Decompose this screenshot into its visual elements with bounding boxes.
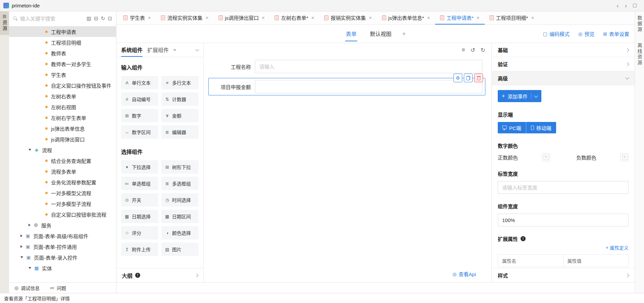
palette-component[interactable]: ☆ 评分	[121, 226, 158, 240]
palette-component[interactable]: ⊞ 树形下拉	[161, 160, 199, 174]
field-input[interactable]	[255, 80, 482, 93]
tree-item[interactable]: 自定义窗口操作按钮及事件	[9, 80, 116, 91]
undo-icon[interactable]: ↺	[471, 47, 475, 54]
bottom-panel-tab[interactable]: ≔ 问题	[50, 285, 66, 291]
palette-component[interactable]: ▦ 日期区间	[161, 210, 199, 223]
document-tab[interactable]: 工程项目明细*	[485, 11, 539, 25]
palette-component[interactable]: ≣ 多选框组	[161, 177, 199, 190]
component-width-input[interactable]	[498, 214, 629, 226]
palette-component[interactable]: ≡ 多行文本	[161, 76, 199, 89]
document-tab[interactable]: 左树右表单*	[270, 11, 319, 25]
tree-item[interactable]: 工程项目明细	[9, 37, 116, 48]
palette-component[interactable]: ↔ 数字区间	[121, 125, 158, 139]
section-advanced[interactable]: 高级	[492, 71, 635, 85]
tree-item[interactable]: 结合业务查询配置	[9, 155, 116, 166]
tree-item[interactable]: ▣ 页面-表单-高级/布局组件	[9, 230, 116, 241]
refresh-icon[interactable]: ↻	[101, 15, 105, 21]
tree-item[interactable]: 学生表	[9, 69, 116, 80]
viewbar-action-button[interactable]: ▢ 编码模式	[543, 30, 570, 37]
palette-component[interactable]: ↥ 附件上传	[121, 243, 158, 256]
view-api-link[interactable]: ◎ 查看Api	[452, 270, 476, 277]
palette-component[interactable]: ⊞ 数字	[121, 109, 158, 122]
palette-component[interactable]: ▧ 图片	[161, 243, 199, 256]
document-tab[interactable]: 报销实例实体集	[319, 11, 377, 25]
palette-component[interactable]: ▦ 日期选择	[121, 210, 158, 223]
resources-strip-tab[interactable]: ▤ 资源	[0, 11, 9, 35]
expand-arrow-icon[interactable]	[29, 149, 31, 151]
tab-close-icon[interactable]	[206, 15, 209, 20]
tree-item[interactable]: 一对多模型父流程	[9, 187, 116, 198]
viewbar-action-button[interactable]: ◎ 预览	[578, 30, 594, 37]
tab-close-icon[interactable]	[531, 15, 534, 20]
tree-item[interactable]: ▣ 页面-表单-控件通用	[9, 241, 116, 252]
palette-component[interactable]: # 自动编号	[121, 92, 158, 106]
nav-back-icon[interactable]: ‹	[616, 2, 619, 9]
tree-item[interactable]: 流程多表单	[9, 166, 116, 177]
form-field[interactable]: ⚙ 工程名称	[208, 58, 485, 75]
document-tab[interactable]: 学生表	[118, 11, 156, 25]
tree-item[interactable]: js调用弹出窗口	[9, 134, 116, 144]
expand-arrow-icon[interactable]	[20, 245, 22, 248]
palette-component[interactable]: ≔ 单选框组	[121, 177, 158, 190]
palette-component[interactable]: ¥ 金额	[161, 109, 199, 122]
outline-bar[interactable]: 大纲	[116, 268, 203, 282]
tree-item[interactable]: 工程申请表	[9, 26, 116, 37]
expand-arrow-icon[interactable]	[29, 224, 31, 226]
tree-item[interactable]: ▣ 页面-表单-录入控件	[9, 252, 116, 263]
field-settings-button[interactable]: ⚙	[453, 74, 462, 82]
right-strip-tab[interactable]: 离线资源	[636, 43, 643, 67]
field-input[interactable]	[255, 60, 482, 73]
collapse-all-icon[interactable]: ⊡	[108, 15, 112, 21]
tree-item[interactable]: 一对多模型子流程	[9, 198, 116, 209]
palette-tab-extension[interactable]: 扩展组件	[147, 43, 169, 57]
tree-item[interactable]: ▦ 实体	[9, 263, 116, 273]
collapse-palette-icon[interactable]	[195, 47, 199, 51]
document-tab[interactable]: js调用弹出窗口	[214, 11, 270, 25]
document-tab[interactable]: 工程申请表*	[435, 11, 485, 25]
tree-item[interactable]: 左树右学生表单	[9, 112, 116, 123]
search-input[interactable]	[20, 16, 84, 21]
define-property-link[interactable]: + 属性定义	[498, 244, 629, 251]
outline-icon[interactable]: ≡	[462, 47, 465, 53]
view-tab[interactable]: 默认视图	[369, 27, 392, 41]
field-delete-button[interactable]	[474, 74, 483, 82]
section-style[interactable]: 样式	[492, 268, 635, 282]
import-icon[interactable]: ▥	[87, 15, 91, 21]
tab-close-icon[interactable]	[427, 15, 430, 20]
positive-color-picker[interactable]	[542, 153, 550, 161]
section-validation[interactable]: 验证	[492, 57, 635, 71]
tab-close-icon[interactable]	[262, 15, 265, 20]
tab-close-icon[interactable]	[148, 15, 151, 20]
palette-menu-icon[interactable]: ≡	[173, 47, 176, 52]
add-event-button[interactable]: + 添加事件	[498, 90, 541, 102]
tab-close-icon[interactable]	[477, 15, 480, 20]
palette-component[interactable]: ▾ 下拉选择	[121, 160, 158, 174]
right-strip-tab[interactable]: 数据源	[636, 15, 643, 34]
tab-close-icon[interactable]	[369, 15, 372, 20]
view-tab[interactable]: 表单	[345, 27, 357, 41]
form-field[interactable]: ⚙ 项目申报金额	[208, 78, 485, 95]
field-copy-button[interactable]	[464, 74, 473, 82]
expand-arrow-icon[interactable]	[20, 234, 22, 237]
tree-item[interactable]: ◈ 流程	[9, 144, 116, 155]
redo-icon[interactable]: ↻	[481, 47, 485, 54]
palette-tab-system[interactable]: 系统组件	[121, 43, 143, 57]
palette-component[interactable]: ≣ 编辑器	[161, 125, 199, 139]
tree-item[interactable]: 教师表一对多学生	[9, 58, 116, 69]
mobile-side-button[interactable]: 移动端	[526, 122, 556, 133]
nav-forward-icon[interactable]: ›	[625, 2, 627, 9]
add-view-button[interactable]: +	[402, 30, 406, 38]
expand-arrow-icon[interactable]	[29, 267, 31, 269]
section-basic[interactable]: 基础	[492, 43, 635, 57]
palette-component[interactable]: A 单行文本	[121, 76, 158, 89]
bottom-panel-tab[interactable]: ◎ 调试信息	[14, 285, 40, 291]
tree-item[interactable]: 业务化流程参数配置	[9, 177, 116, 187]
tab-close-icon[interactable]	[311, 15, 314, 20]
tree-item[interactable]: 自定义窗口按钮审批流程	[9, 209, 116, 220]
negative-color-picker[interactable]	[621, 153, 629, 161]
window-layout-icon[interactable]	[633, 4, 637, 7]
tree-item[interactable]: 左树右视图	[9, 101, 116, 112]
document-tab[interactable]: js弹出表单信息*	[377, 11, 435, 25]
tree-item[interactable]: ⚙ 服务	[9, 220, 116, 230]
tree-item[interactable]: 教师表	[9, 48, 116, 58]
